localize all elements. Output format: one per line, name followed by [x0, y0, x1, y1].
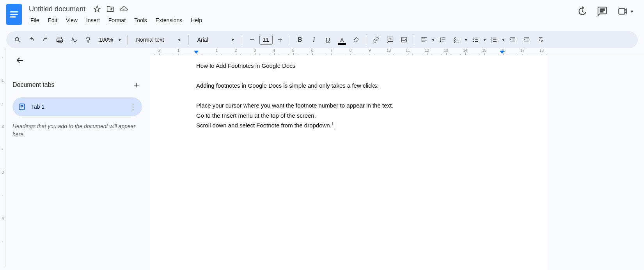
tab-label: Tab 1 [31, 104, 44, 110]
menu-edit[interactable]: Edit [44, 16, 61, 25]
editor-area: 21123456789101112131415161718 How to Add… [150, 48, 644, 267]
separator [188, 35, 189, 44]
add-tab-button[interactable]: ＋ [131, 79, 142, 90]
numbered-list-button[interactable]: 123 [487, 34, 500, 46]
menu-view[interactable]: View [62, 16, 82, 25]
menu-format[interactable]: Format [105, 16, 130, 25]
toolbar-wrap: 100% ▼ Normal text ▼ Arial ▼ B I U A ▼ ▼ [0, 31, 644, 48]
footnote-ref: 1 [332, 122, 334, 126]
horizontal-ruler[interactable]: 21123456789101112131415161718 [150, 48, 644, 55]
chevron-down-icon: ▼ [231, 38, 235, 42]
tab-item-1[interactable]: Tab 1 ⋮ [12, 97, 142, 116]
paragraph-style-value: Normal text [136, 37, 164, 43]
header-right: ▼ [577, 3, 638, 16]
meet-icon [617, 6, 628, 16]
checklist-button[interactable] [450, 34, 463, 46]
svg-rect-1 [401, 37, 407, 42]
paragraph: How to Add Footnotes in Google Docs [196, 61, 501, 71]
back-button[interactable] [12, 53, 27, 68]
increase-font-button[interactable] [273, 34, 287, 46]
app-header: Untitled document File Edit View Insert … [0, 0, 644, 31]
font-combo[interactable]: Arial ▼ [192, 34, 239, 46]
chevron-down-icon[interactable]: ▼ [464, 38, 468, 42]
separator [366, 35, 366, 44]
svg-point-2 [403, 39, 403, 39]
decrease-font-button[interactable] [245, 34, 259, 46]
move-icon[interactable] [106, 5, 114, 13]
menu-extensions[interactable]: Extensions [152, 16, 186, 25]
title-area: Untitled document File Edit View Insert … [27, 3, 577, 25]
font-size-input[interactable] [259, 35, 273, 45]
paragraph: Place your cursor where you want the foo… [196, 101, 501, 111]
chevron-down-icon[interactable]: ▼ [431, 38, 435, 42]
spellcheck-button[interactable] [67, 34, 80, 46]
menu-insert[interactable]: Insert [82, 16, 104, 25]
search-button[interactable] [11, 34, 24, 46]
separator [414, 35, 414, 44]
chevron-down-icon[interactable]: ▼ [501, 38, 505, 42]
document-page[interactable]: How to Add Footnotes in Google Docs Addi… [150, 55, 548, 270]
docs-logo-icon [10, 11, 18, 18]
menu-file[interactable]: File [27, 16, 43, 25]
highlight-button[interactable] [349, 34, 363, 46]
svg-point-3 [473, 37, 474, 38]
cloud-saved-icon[interactable] [120, 5, 128, 13]
zoom-combo[interactable]: 100% ▼ [95, 37, 124, 43]
workspace: ·1·2·3·4· Document tabs ＋ Tab 1 ⋮ Headin… [0, 48, 644, 267]
text-cursor [334, 122, 334, 129]
paragraph: Adding footnotes in Google Docs is simpl… [196, 81, 501, 91]
insert-link-button[interactable] [369, 34, 383, 46]
docs-logo[interactable] [6, 4, 22, 25]
decrease-indent-button[interactable] [506, 34, 519, 46]
tab-document-icon [18, 103, 26, 111]
paint-format-button[interactable] [81, 34, 94, 46]
underline-button[interactable]: U [321, 34, 335, 46]
line-spacing-button[interactable] [436, 34, 449, 46]
increase-indent-button[interactable] [520, 34, 533, 46]
paragraph: Scroll down and select Footnote from the… [196, 120, 501, 131]
paragraph-style-combo[interactable]: Normal text ▼ [131, 34, 185, 46]
tab-more-icon[interactable]: ⋮ [130, 102, 137, 111]
chevron-down-icon: ▼ [630, 9, 634, 14]
history-icon[interactable] [577, 6, 587, 16]
bulleted-list-button[interactable] [469, 34, 482, 46]
indent-marker-left[interactable] [194, 51, 199, 54]
svg-point-5 [473, 41, 474, 42]
menu-bar: File Edit View Insert Format Tools Exten… [27, 16, 577, 25]
insert-image-button[interactable] [397, 34, 411, 46]
text-color-button[interactable]: A [335, 34, 349, 46]
comments-icon[interactable] [597, 6, 607, 16]
svg-text:3: 3 [491, 41, 492, 43]
indent-marker-right[interactable] [500, 51, 504, 54]
toolbar: 100% ▼ Normal text ▼ Arial ▼ B I U A ▼ ▼ [6, 31, 638, 48]
svg-point-0 [15, 37, 19, 41]
italic-button[interactable]: I [307, 34, 321, 46]
font-value: Arial [197, 37, 208, 43]
chevron-down-icon[interactable]: ▼ [483, 38, 487, 42]
star-icon[interactable] [93, 5, 101, 13]
document-tabs-sidebar: Document tabs ＋ Tab 1 ⋮ Headings that yo… [5, 48, 150, 267]
align-button[interactable] [417, 34, 431, 46]
document-title[interactable]: Untitled document [27, 4, 88, 14]
menu-tools[interactable]: Tools [130, 16, 151, 25]
chevron-down-icon: ▼ [118, 38, 122, 42]
svg-point-4 [473, 39, 474, 40]
bold-button[interactable]: B [293, 34, 307, 46]
meet-group[interactable]: ▼ [617, 6, 634, 16]
paragraph [196, 91, 501, 101]
undo-button[interactable] [25, 34, 38, 46]
paragraph [196, 71, 501, 81]
print-button[interactable] [53, 34, 66, 46]
paragraph: Go to the Insert menu at the top of the … [196, 111, 501, 121]
clear-formatting-button[interactable] [534, 34, 547, 46]
vertical-ruler[interactable]: ·1·2·3·4· [0, 48, 5, 267]
redo-button[interactable] [39, 34, 52, 46]
sidebar-title: Document tabs [12, 81, 55, 88]
sidebar-hint: Headings that you add to the document wi… [12, 122, 142, 139]
menu-help[interactable]: Help [187, 16, 206, 25]
separator [242, 35, 242, 44]
zoom-value: 100% [99, 37, 113, 43]
chevron-down-icon: ▼ [177, 38, 181, 42]
separator [290, 35, 290, 44]
add-comment-button[interactable] [383, 34, 397, 46]
